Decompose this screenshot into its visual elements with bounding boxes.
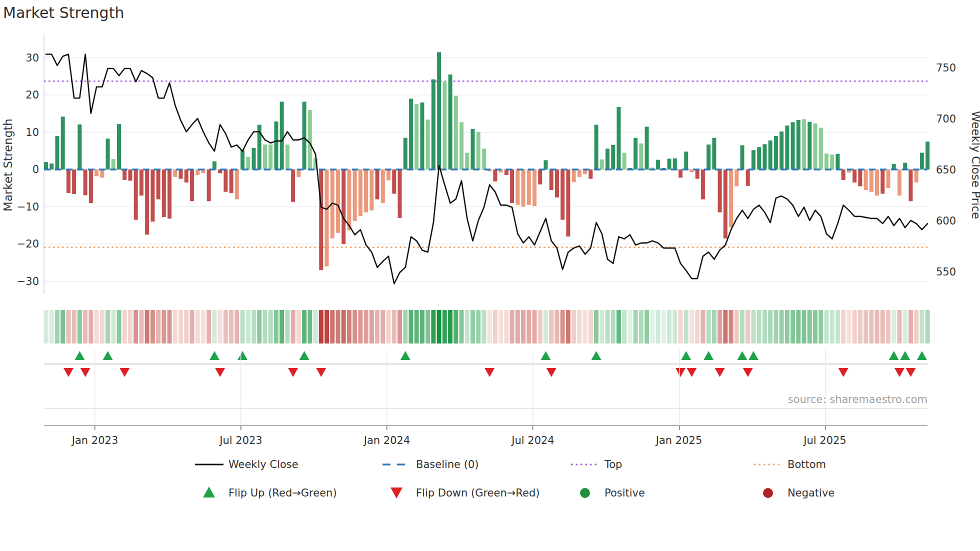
strength-bar	[639, 144, 643, 170]
strength-bar	[364, 170, 368, 212]
strength-bar	[656, 160, 660, 170]
heatmap-cell	[566, 310, 570, 344]
strength-bar	[420, 102, 424, 170]
heatmap-cell	[470, 310, 475, 344]
strength-bar	[785, 126, 789, 170]
strength-bar	[78, 124, 82, 170]
flip-up-marker	[74, 351, 84, 360]
flip-down-marker	[676, 368, 686, 377]
heatmap-cell	[729, 310, 734, 344]
heatmap-cell	[700, 310, 705, 344]
heatmap-cell	[134, 310, 138, 344]
strength-bar	[263, 144, 267, 170]
heatmap-cell	[516, 310, 520, 344]
strength-bar	[414, 104, 418, 170]
strength-bar	[864, 170, 868, 190]
negative-dot-icon	[763, 488, 773, 498]
heatmap-cell	[370, 310, 374, 344]
heatmap-cell	[746, 310, 750, 344]
strength-bar	[134, 170, 138, 220]
strength-bar	[381, 170, 385, 203]
strength-bar	[724, 170, 728, 238]
heatmap-cell	[639, 310, 644, 344]
flip-down-marker	[120, 368, 130, 377]
heatmap-cell	[712, 310, 716, 344]
strength-bar	[516, 170, 520, 205]
heatmap-cell	[796, 310, 800, 344]
strength-bar	[454, 96, 458, 170]
strength-bar	[611, 145, 615, 170]
heatmap-cell	[426, 310, 430, 344]
heatmap-cell	[880, 310, 885, 344]
source-note: source: sharemaestro.com	[788, 394, 928, 406]
heatmap-cell	[403, 310, 408, 344]
heatmap-cell	[308, 310, 312, 344]
heatmap-cell	[218, 310, 222, 344]
flip-up-marker	[238, 351, 248, 360]
strength-bar	[898, 170, 902, 196]
chart-graphics-layer	[44, 35, 930, 430]
heatmap-cell	[302, 310, 306, 344]
flip-down-marker	[484, 368, 494, 377]
heatmap-cell	[262, 310, 267, 344]
heatmap-cell	[291, 310, 296, 344]
strength-bar	[572, 170, 576, 182]
strength-bar	[437, 52, 441, 170]
heatmap-cell	[330, 310, 334, 344]
heatmap-cell	[628, 310, 632, 344]
heatmap-cell	[818, 310, 823, 344]
heatmap-cell	[780, 310, 784, 344]
strength-bar	[240, 150, 244, 170]
strength-bar	[122, 170, 126, 180]
strength-bar	[230, 170, 234, 193]
right-axis-title: Weekly Close Price	[970, 111, 980, 219]
strength-bar	[376, 170, 380, 200]
left-tick-m30: −30	[17, 276, 39, 288]
heatmap-cell	[926, 310, 930, 344]
strength-bar	[392, 170, 396, 194]
heatmap-cell	[606, 310, 610, 344]
strength-bar	[780, 132, 784, 170]
strength-bar	[274, 122, 278, 170]
heatmap-cell	[498, 310, 503, 344]
strength-bar	[684, 152, 688, 170]
heatmap-cell	[364, 310, 368, 344]
flip-down-marker	[715, 368, 725, 377]
heatmap-cell	[128, 310, 132, 344]
flip-up-marker	[738, 351, 748, 360]
flip-down-marker	[686, 368, 696, 377]
strength-bar	[89, 170, 93, 203]
flip-up-marker	[681, 351, 691, 360]
right-tick-650: 650	[936, 164, 956, 176]
heatmap-cell	[257, 310, 262, 344]
strength-bar	[880, 170, 884, 194]
heatmap-cell	[572, 310, 576, 344]
heatmap-cell	[460, 310, 464, 344]
strength-bar	[532, 170, 536, 206]
heatmap-cell	[50, 310, 54, 344]
strength-bar	[544, 160, 548, 170]
strength-bar	[150, 170, 154, 222]
heatmap-cell	[454, 310, 458, 344]
heatmap-cell	[892, 310, 896, 344]
strength-bar	[796, 120, 800, 170]
heatmap-cell	[442, 310, 447, 344]
left-tick-10: 10	[26, 126, 39, 138]
strength-bar	[246, 157, 250, 170]
strength-bar	[791, 122, 795, 170]
flip-up-marker	[210, 351, 220, 360]
heatmap-cell	[44, 310, 48, 344]
strength-bar	[184, 170, 188, 182]
heatmap-cell	[611, 310, 616, 344]
heatmap-cell	[296, 310, 301, 344]
legend-weekly-close: Weekly Close	[228, 458, 298, 470]
heatmap-cell	[858, 310, 862, 344]
strength-bar	[493, 170, 497, 182]
legend-negative: Negative	[788, 487, 834, 499]
right-tick-700: 700	[936, 113, 956, 125]
strength-bar	[522, 170, 526, 207]
heatmap-cell	[768, 310, 772, 344]
strength-bar	[920, 152, 924, 170]
heatmap-cell	[268, 310, 273, 344]
flip-down-marker	[316, 368, 326, 377]
